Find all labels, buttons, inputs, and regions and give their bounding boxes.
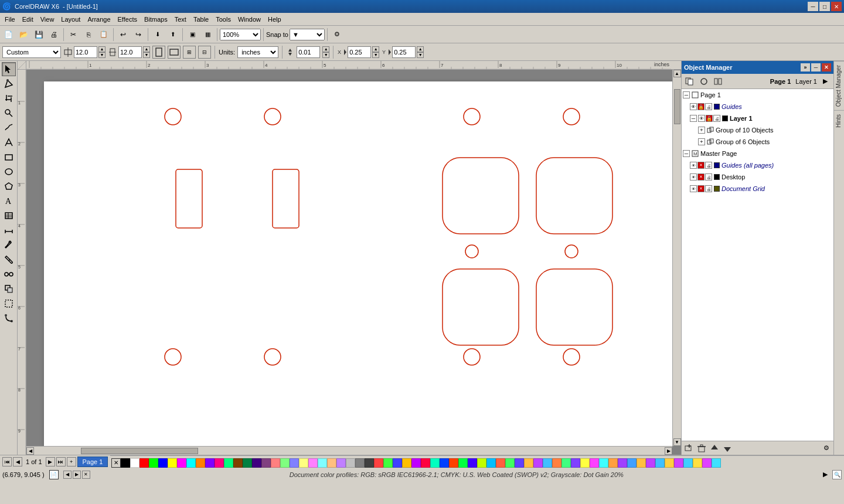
paintbucket-tool[interactable] [2,253,16,267]
om-minimize-button[interactable]: ─ [811,63,821,71]
text-tool[interactable]: A [2,194,16,208]
color-swatch[interactable] [449,458,458,468]
height-input[interactable] [118,46,142,58]
color-swatch[interactable] [421,458,430,468]
dup-x-input[interactable] [348,46,371,58]
om-icon3[interactable] [712,76,724,87]
color-swatch[interactable] [299,458,308,468]
vis-eye[interactable]: 👁 [690,103,697,110]
prev-page-button[interactable]: ◀ [13,457,22,466]
vis-lock-dg[interactable]: ✕ [697,185,705,192]
tree-guides[interactable]: 👁 🔒 🖨 Guides [682,101,833,113]
scroll-up-button[interactable]: ▲ [673,70,681,77]
color-swatch[interactable] [468,458,477,468]
color-swatch[interactable] [168,458,177,468]
color-swatch[interactable] [458,458,468,468]
tree-layer1[interactable]: ─ 👁 🔒 🖨 Layer 1 [682,113,833,124]
tree-docgrid[interactable]: 👁 ✕ 🖨 Document Grid [682,183,833,195]
page-margins-button[interactable]: ⊞ [183,46,196,59]
vis-print-ga[interactable]: 🖨 [705,162,712,169]
expand-layer1[interactable]: ─ [690,115,697,122]
color-swatch[interactable] [627,458,637,468]
color-swatch[interactable] [233,458,243,468]
color-profiles-arrow[interactable]: ▶ [823,471,828,478]
color-swatch[interactable] [712,458,721,468]
color-swatch[interactable] [393,458,402,468]
last-page-button[interactable]: ⏭ [56,457,66,466]
canvas-area[interactable]: 1234567891011 123456789 [18,61,681,455]
vis-print-dg[interactable]: 🖨 [705,185,712,192]
height-up[interactable]: ▲ [143,46,150,52]
width-up[interactable]: ▲ [98,46,106,52]
snap-select[interactable]: ▼ [290,29,325,40]
rectangle-tool[interactable] [2,150,16,164]
vis-lock[interactable]: 🔒 [697,103,705,110]
color-swatch[interactable] [177,458,186,468]
table-tool[interactable] [2,209,16,223]
hscroll-thumb[interactable] [81,448,198,454]
undo-button[interactable]: ↩ [116,28,130,41]
om-icon1[interactable] [684,76,696,87]
color-swatch[interactable] [158,458,168,468]
vis-print-dt[interactable]: 🖨 [705,173,712,181]
color-swatch[interactable] [308,458,318,468]
polygon-tool[interactable] [2,179,16,193]
redo-button[interactable]: ↪ [131,28,145,41]
page-size-select[interactable]: Custom [2,46,61,58]
new-button[interactable]: 📄 [1,28,15,41]
color-swatch[interactable] [477,458,486,468]
color-swatch[interactable] [571,458,580,468]
color-swatch[interactable] [346,458,355,468]
zoom-tool[interactable] [2,106,16,120]
dup-y-down[interactable]: ▼ [417,52,424,58]
om-delete-layer[interactable] [696,442,707,454]
color-swatch[interactable] [543,458,552,468]
vis-lock-dt[interactable]: ✕ [697,173,705,181]
expand-page1[interactable]: ─ [683,91,690,98]
connector-tool[interactable] [2,311,16,325]
eyedropper-tool[interactable] [2,238,16,252]
select-all-button[interactable]: ▣ [185,28,199,41]
import-button[interactable]: ⬇ [151,28,165,41]
vis-lock-l1[interactable]: 🔒 [706,115,713,122]
color-swatch[interactable] [336,458,346,468]
scroll-left-button[interactable]: ◀ [26,447,34,455]
color-swatch[interactable] [365,458,374,468]
om-close-button[interactable]: ✕ [822,63,831,71]
export-button[interactable]: ⬆ [166,28,180,41]
vis-eye-dg[interactable]: 👁 [690,185,697,192]
vscroll-thumb[interactable] [674,89,680,124]
color-swatch[interactable] [411,458,421,468]
expand-group6[interactable]: + [698,138,705,145]
smartdraw-tool[interactable] [2,135,16,149]
color-swatch[interactable] [383,458,393,468]
om-move-up[interactable] [709,442,720,454]
close-button[interactable]: ✕ [831,2,842,11]
vertical-scrollbar[interactable]: ▲ ▼ [672,70,681,446]
color-swatch[interactable] [327,458,336,468]
menu-layout[interactable]: Layout [57,15,84,24]
dup-y-up[interactable]: ▲ [417,46,424,52]
dimension-tool[interactable] [2,223,16,237]
color-swatch[interactable] [215,458,224,468]
zoom-display[interactable]: 🔍 [832,470,842,479]
height-down[interactable]: ▼ [143,52,150,58]
color-swatch[interactable] [496,458,505,468]
color-swatch[interactable] [252,458,261,468]
color-swatch[interactable] [186,458,196,468]
expand-masterpage[interactable]: ─ [683,150,690,157]
zoom-select[interactable]: 100% 75% 50% 200% [220,29,261,40]
color-swatch[interactable] [430,458,440,468]
canvas-scroll-area[interactable] [26,70,672,446]
color-swatch[interactable] [561,458,571,468]
menu-file[interactable]: File [1,15,19,24]
color-swatch[interactable] [646,458,655,468]
color-swatch[interactable] [486,458,496,468]
color-swatch[interactable] [149,458,158,468]
color-swatch[interactable] [261,458,271,468]
tree-group10[interactable]: + Group of 10 Objects [682,124,833,136]
portrait-button[interactable] [152,46,165,59]
color-swatch[interactable] [318,458,327,468]
vis-print[interactable]: 🖨 [705,103,712,110]
color-swatch[interactable] [374,458,383,468]
